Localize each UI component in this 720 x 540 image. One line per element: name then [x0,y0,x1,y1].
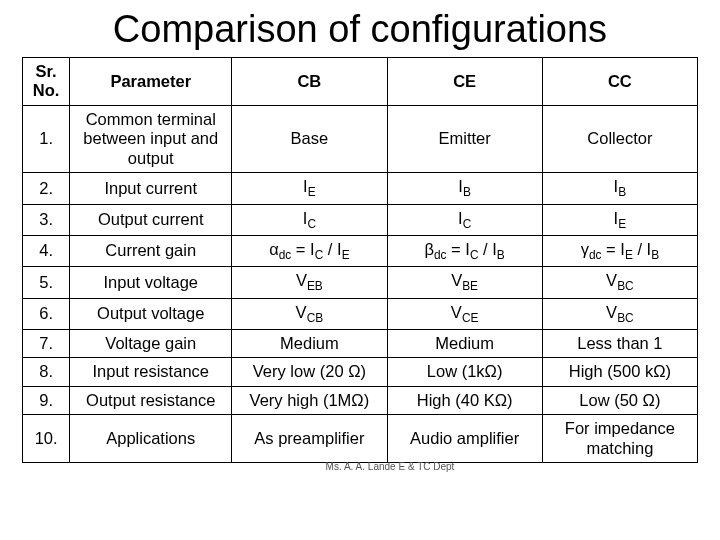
cell-cb: Medium [232,329,387,357]
cell-param: Input resistance [70,358,232,386]
cell-no: 4. [23,235,70,266]
cell-param: Applications [70,415,232,463]
cell-no: 5. [23,267,70,298]
cell-cb: Base [232,105,387,172]
cell-cc: High (500 kΩ) [542,358,697,386]
table-row: 10. Applications As preamplifier Audio a… [23,415,698,463]
cell-cc: Less than 1 [542,329,697,357]
cell-param: Output voltage [70,298,232,329]
header-cc: CC [542,58,697,106]
cell-ce: IB [387,173,542,204]
cell-no: 1. [23,105,70,172]
cell-cc: VBC [542,298,697,329]
table-header-row: Sr. No. Parameter CB CE CC [23,58,698,106]
table-row: 4. Current gain αdc = IC / IE βdc = IC /… [23,235,698,266]
header-cb: CB [232,58,387,106]
cell-ce: Audio amplifier [387,415,542,463]
cell-cc: IE [542,204,697,235]
header-param: Parameter [70,58,232,106]
page-title: Comparison of configurations [22,8,698,51]
cell-cb: VCB [232,298,387,329]
table-row: 8. Input resistance Very low (20 Ω) Low … [23,358,698,386]
cell-ce: Low (1kΩ) [387,358,542,386]
table-row: 2. Input current IE IB IB [23,173,698,204]
cell-cb: VEB [232,267,387,298]
cell-cc: VBC [542,267,697,298]
cell-cb: IC [232,204,387,235]
cell-cc: For impedance matching [542,415,697,463]
cell-param: Voltage gain [70,329,232,357]
comparison-table: Sr. No. Parameter CB CE CC 1. Common ter… [22,57,698,463]
cell-cc: IB [542,173,697,204]
cell-cb: IE [232,173,387,204]
cell-no: 8. [23,358,70,386]
cell-no: 10. [23,415,70,463]
cell-ce: VBE [387,267,542,298]
cell-cb: Very low (20 Ω) [232,358,387,386]
cell-ce: βdc = IC / IB [387,235,542,266]
cell-cb: Very high (1MΩ) [232,386,387,414]
cell-ce: VCE [387,298,542,329]
cell-ce: Emitter [387,105,542,172]
cell-no: 9. [23,386,70,414]
cell-no: 7. [23,329,70,357]
cell-cb: As preamplifier [232,415,387,463]
cell-param: Input current [70,173,232,204]
footer-credit: Ms. A. A. Lande E & TC Dept [22,461,698,472]
cell-no: 6. [23,298,70,329]
table-row: 3. Output current IC IC IE [23,204,698,235]
cell-param: Output resistance [70,386,232,414]
header-sr: Sr. No. [23,58,70,106]
cell-cb: αdc = IC / IE [232,235,387,266]
table-row: 6. Output voltage VCB VCE VBC [23,298,698,329]
table-row: 5. Input voltage VEB VBE VBC [23,267,698,298]
cell-ce: Medium [387,329,542,357]
table-row: 1. Common terminal between input and out… [23,105,698,172]
cell-ce: IC [387,204,542,235]
cell-param: Common terminal between input and output [70,105,232,172]
table-row: 7. Voltage gain Medium Medium Less than … [23,329,698,357]
cell-param: Current gain [70,235,232,266]
cell-param: Output current [70,204,232,235]
table-row: 9. Output resistance Very high (1MΩ) Hig… [23,386,698,414]
cell-param: Input voltage [70,267,232,298]
header-ce: CE [387,58,542,106]
slide: Comparison of configurations Sr. No. Par… [0,0,720,540]
cell-cc: γdc = IE / IB [542,235,697,266]
cell-ce: High (40 KΩ) [387,386,542,414]
cell-no: 3. [23,204,70,235]
cell-cc: Collector [542,105,697,172]
cell-cc: Low (50 Ω) [542,386,697,414]
cell-no: 2. [23,173,70,204]
